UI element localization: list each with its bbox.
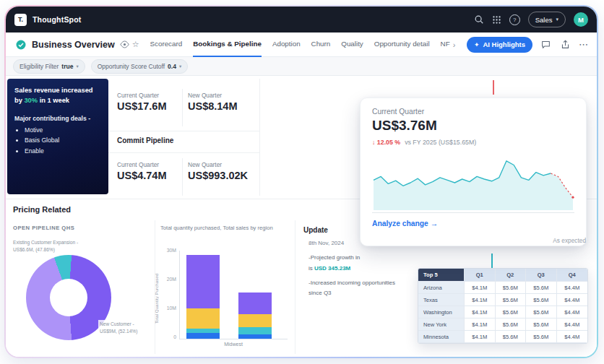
bookings-kpi-tile[interactable]: Current Quarter US$17.6M New Quarter US$… (108, 79, 260, 196)
table-cell[interactable]: $4.1M (465, 282, 496, 294)
kpi-label: New Quarter (188, 92, 222, 99)
donut-chart-title: OPEN PIPELINE QHS (13, 225, 74, 231)
tabs-overflow-chevron-icon[interactable]: › (453, 40, 456, 49)
table-column-header[interactable]: Q3 (526, 269, 557, 282)
table-row-label[interactable]: Minnesota (418, 331, 465, 343)
stacked-bar-1[interactable] (186, 255, 220, 339)
filter-chip-1[interactable]: Eligibility Filtertrue▾ (13, 59, 85, 74)
app-window: T. ThoughtSpot ? Sales ▾ M (4, 5, 598, 358)
table-row-label[interactable]: Texas (418, 294, 465, 306)
table-cell[interactable]: $4.4M (557, 331, 588, 343)
ai-highlights-button[interactable]: ✦ AI Highlights (467, 37, 532, 53)
update-growth-highlight: USD 345.23M (314, 265, 350, 272)
tab-adoption[interactable]: Adoption (272, 32, 301, 57)
filter-value: true (61, 63, 73, 70)
search-icon[interactable] (474, 14, 484, 25)
table-cell[interactable]: $5.6M (496, 331, 527, 343)
analyze-change-link[interactable]: Analyze change → (372, 220, 574, 228)
bar-segment-yellow[interactable] (186, 308, 220, 329)
bar-segment-purple[interactable] (186, 255, 220, 308)
insight-card[interactable]: Sales revenue increased by 30% in 1 week… (7, 79, 108, 194)
donut-label-new: New Customer - US$9M, (52.14%) (98, 320, 139, 336)
stacked-bar-2[interactable] (238, 292, 272, 339)
table-column-header[interactable]: Q2 (496, 269, 527, 282)
table-cell[interactable]: $5.6M (496, 306, 527, 318)
table-column-header[interactable]: Q4 (557, 269, 588, 282)
update-line-growth-value: is USD 345.23M (309, 265, 350, 272)
bar-segment-yellow[interactable] (238, 314, 272, 327)
eye-icon[interactable] (120, 40, 129, 49)
table-cell[interactable]: $4.1M (465, 306, 496, 318)
filter-bar: Eligibility Filtertrue▾Opportunity Score… (6, 57, 597, 76)
favorite-star-icon[interactable]: ☆ (132, 40, 139, 49)
table-cell[interactable]: $5.6M (526, 282, 557, 294)
table-cell[interactable]: $4.4M (557, 318, 588, 331)
kpi-label: Current Quarter (117, 92, 159, 99)
liveboard-content: Sales revenue increased by 30% in 1 week… (6, 76, 597, 357)
table-cell[interactable]: $5.6M (526, 318, 557, 331)
table-cell[interactable]: $5.6M (496, 282, 527, 294)
tab-scorecard[interactable]: Scorecard (150, 32, 183, 57)
user-avatar[interactable]: M (574, 12, 588, 27)
tab-quality[interactable]: Quality (341, 32, 363, 57)
bar-segment-purple[interactable] (238, 292, 272, 314)
table-row-label[interactable]: New York (418, 318, 465, 331)
trend-chart[interactable] (372, 152, 574, 213)
spotlight-card[interactable]: Current Quarter US$3.76M ↓ 12.05 % vs FY… (360, 98, 587, 246)
liveboard-header: Business Overview ☆ ScorecardBookings & … (6, 32, 597, 57)
kpi-value: US$993.02K (188, 170, 248, 181)
page-title: Business Overview (32, 40, 115, 50)
y-tick: 20M (160, 277, 176, 282)
table-cell[interactable]: $4.1M (465, 331, 496, 343)
tab-churn[interactable]: Churn (311, 32, 331, 57)
filter-value: 0.4 (168, 63, 176, 70)
bar-segment-blue[interactable] (186, 333, 220, 339)
share-icon[interactable] (561, 40, 570, 49)
table-cell[interactable]: $5.6M (496, 294, 527, 306)
y-tick: 0 (160, 334, 176, 339)
donut-label-existing: Existing Customer Expansion - US$6.6M, (… (13, 239, 78, 254)
tab-bookings-pipeline[interactable]: Bookings & Pipeline (193, 32, 262, 57)
table-row-label[interactable]: Washington (418, 306, 465, 318)
stacked-bars (184, 252, 286, 339)
deal-list: MotiveBasis GlobalEnable (14, 125, 101, 157)
chevron-down-icon: ▾ (179, 64, 181, 69)
table-cell[interactable]: $4.4M (557, 306, 588, 318)
y-axis (179, 251, 180, 339)
table-cell[interactable]: $5.6M (496, 318, 527, 331)
comment-icon[interactable] (541, 40, 551, 49)
app: T. ThoughtSpot ? Sales ▾ M (6, 6, 597, 357)
bar-segment-blue[interactable] (238, 334, 272, 339)
table-cell[interactable]: $5.6M (526, 294, 557, 306)
insight-subheading: Major contributing deals - (14, 115, 101, 122)
chart-marker-teal (491, 254, 493, 268)
overflow-menu-icon[interactable]: ⋯ (579, 41, 588, 48)
table-cell[interactable]: $4.4M (557, 282, 588, 294)
donut-label-new-value: US$9M, (52.14%) (100, 328, 137, 335)
sales-selector-label: Sales (535, 16, 553, 24)
table-cell[interactable]: $4.1M (465, 318, 496, 331)
update-panel-title: Update (303, 226, 328, 234)
donut-hole (50, 279, 87, 316)
tab-nf[interactable]: NF (441, 32, 450, 57)
table-cell[interactable]: $4.1M (465, 294, 496, 306)
table-row-label[interactable]: Arizona (418, 282, 465, 294)
table-cell[interactable]: $5.6M (526, 331, 557, 343)
filter-chip-2[interactable]: Opportunity Score Cutoff0.4▾ (91, 59, 189, 74)
brand-name: ThoughtSpot (33, 15, 82, 24)
tab-opportunity-detail[interactable]: Opportunity detail (374, 32, 430, 57)
kpi-label: New Quarter (188, 161, 222, 168)
table-cell[interactable]: $4.4M (557, 294, 588, 306)
table-cell[interactable]: $5.6M (526, 306, 557, 318)
apps-grid-icon[interactable] (492, 15, 501, 25)
sales-selector[interactable]: Sales ▾ (528, 12, 566, 27)
topbar-actions: ? Sales ▾ M (474, 12, 588, 27)
donut-label-existing-name: Existing Customer Expansion - (13, 239, 78, 246)
topbar: T. ThoughtSpot ? Sales ▾ M (6, 6, 597, 32)
trend-annotation: As expected (553, 237, 586, 244)
deal-item: Motive (25, 125, 101, 136)
filter-label: Opportunity Score Cutoff (98, 63, 165, 70)
bar-segment-teal[interactable] (238, 327, 272, 334)
help-icon[interactable]: ? (509, 14, 520, 25)
table-column-header[interactable]: Q1 (465, 269, 496, 282)
